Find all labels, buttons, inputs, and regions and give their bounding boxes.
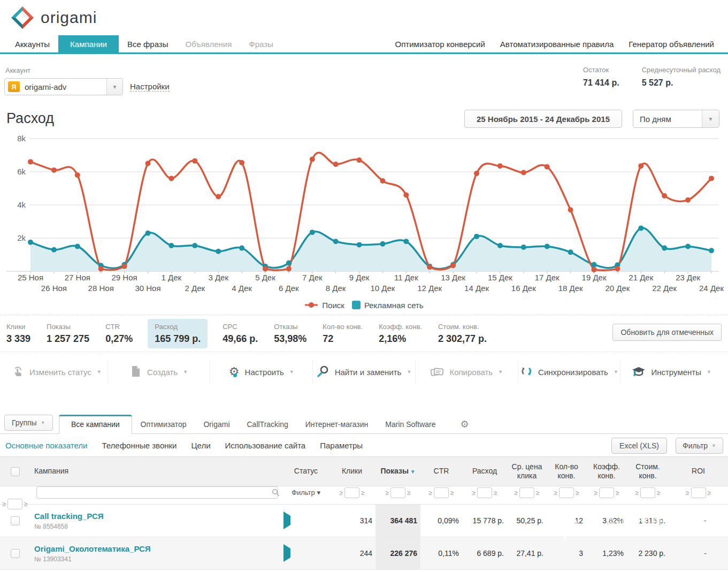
excel-export-button[interactable]: Excel (XLS): [611, 438, 667, 454]
cell-clicks: 314: [328, 516, 376, 525]
filter-input-clicks[interactable]: [390, 487, 405, 498]
column-header-campaign[interactable]: Кампания: [30, 467, 283, 476]
campaign-id: № 8554658: [34, 523, 283, 530]
filter-input-ctr[interactable]: [477, 487, 492, 498]
filter-input-shows[interactable]: [434, 487, 449, 498]
update-selected-button[interactable]: Обновить для отмеченных: [612, 324, 722, 341]
tab-all-campaigns[interactable]: Все кампании: [59, 415, 132, 434]
svg-text:18 Дек: 18 Дек: [558, 284, 583, 293]
nav-link-conversion-optimizer[interactable]: Оптимизатор конверсий: [388, 35, 493, 52]
toolbar: Изменить статус▼Создать▼⚙Настроить▼Найти…: [0, 352, 728, 392]
campaign-search-input[interactable]: [36, 486, 278, 499]
toolbar-button-label: Создать: [147, 368, 178, 377]
cell-ctr: 0,09%: [420, 516, 462, 525]
filter-input-cost[interactable]: [519, 487, 534, 498]
table-filter-row: Фильтр ▾≥≥≥≥≥≥≥≥≥≥≥≥≥≥≥≥≥≥≥≥: [0, 486, 728, 505]
column-header-conv[interactable]: Кол-во конв.: [547, 462, 586, 481]
gte-operator: ≥: [708, 489, 711, 497]
stat-label: Стоим. конв.: [438, 323, 487, 331]
instruments-button[interactable]: Инструменты▼: [620, 360, 723, 384]
chevron-down-icon: ▼: [183, 369, 188, 375]
gear-icon[interactable]: ⚙: [461, 418, 469, 433]
filter-input-conv_cost[interactable]: [691, 487, 706, 498]
nav-link-ad-generator[interactable]: Генератор объявлений: [621, 35, 722, 52]
svg-text:3 Дек: 3 Дек: [208, 273, 228, 282]
column-header-clicks[interactable]: Клики: [328, 467, 376, 476]
settings-link[interactable]: Настройки: [130, 82, 170, 91]
nav-tab-ads[interactable]: Объявления: [177, 35, 241, 52]
row-checkbox[interactable]: [11, 549, 20, 558]
subtab-phone-calls[interactable]: Телефонные звонки: [102, 441, 177, 450]
filter-button[interactable]: Фильтр ▼: [676, 438, 723, 454]
account-select[interactable]: Я origami-adv ▼: [4, 78, 123, 95]
synchronize-button[interactable]: Синхронизировать▼: [518, 360, 621, 384]
filter-cell-cost: ≥≥: [507, 487, 547, 498]
play-status-icon[interactable]: [283, 512, 290, 529]
play-status-icon[interactable]: [283, 544, 290, 562]
svg-text:14 Дек: 14 Дек: [464, 284, 489, 293]
nav-tab-accounts[interactable]: Аккаунты: [6, 35, 58, 52]
document-icon: [130, 365, 142, 379]
filter-input-cpc[interactable]: [559, 487, 574, 498]
tab-calltracking[interactable]: CallTracking: [239, 415, 297, 433]
create-button[interactable]: Создать▼: [108, 360, 211, 384]
tab-origami[interactable]: Origami: [195, 415, 238, 433]
tab-internet-shop[interactable]: Интернет-магазин: [297, 415, 377, 433]
cell-ctr: 0,11%: [420, 549, 462, 558]
select-all-checkbox[interactable]: [11, 467, 20, 476]
column-header-roi[interactable]: ROI: [669, 467, 728, 476]
subtab-goals[interactable]: Цели: [191, 441, 210, 450]
tab-optimizer[interactable]: Оптимизатор: [132, 415, 195, 433]
groups-button[interactable]: Группы ▼: [4, 415, 53, 431]
origami-logo[interactable]: origami: [11, 6, 97, 29]
subtab-site-usage[interactable]: Использование сайта: [225, 441, 306, 450]
find-and-replace-button[interactable]: Найти и заменить▼: [313, 360, 416, 384]
row-checkbox[interactable]: [11, 516, 20, 525]
cell-conv: 12: [547, 516, 586, 525]
filter-input-conv_rate[interactable]: [640, 487, 655, 498]
column-header-status[interactable]: Статус: [283, 467, 328, 476]
subtab-params[interactable]: Параметры: [320, 441, 363, 450]
campaign-name-link[interactable]: Call tracking_РСЯ: [34, 512, 283, 521]
svg-text:16 Дек: 16 Дек: [511, 284, 536, 293]
chevron-down-icon: ▼: [289, 369, 294, 375]
filter-input-roi[interactable]: [7, 499, 22, 509]
column-header-cost[interactable]: Расход: [462, 467, 507, 476]
filter-input-conv[interactable]: [599, 487, 614, 498]
change-status-button[interactable]: Изменить статус▼: [5, 360, 108, 384]
gte-operator: ≥: [450, 489, 454, 497]
cell-roi: -: [669, 549, 728, 558]
table-header: КампанияСтатусКликиПоказы ▼CTRРасходСр. …: [0, 456, 728, 486]
filter-input-status[interactable]: [344, 487, 359, 498]
subtab-main-metrics[interactable]: Основные показатели: [5, 441, 87, 450]
filter-dropdown[interactable]: Фильтр ▾: [283, 489, 328, 497]
chevron-down-icon[interactable]: ▼: [106, 79, 122, 95]
configure-button[interactable]: ⚙Настроить▼: [210, 360, 313, 384]
date-range-button[interactable]: 25 Ноябрь 2015 - 24 Декабрь 2015: [464, 110, 622, 128]
svg-text:11 Дек: 11 Дек: [394, 273, 418, 282]
chevron-down-icon[interactable]: ▼: [702, 110, 719, 127]
gte-operator: ≥: [576, 489, 579, 497]
column-header-shows[interactable]: Показы ▼: [376, 467, 420, 476]
chart-header: Расход 25 Ноябрь 2015 - 24 Декабрь 2015 …: [0, 107, 728, 135]
gte-operator: ≥: [554, 489, 557, 497]
stat-value: 165 799 р.: [155, 333, 201, 345]
gte-operator: ≥: [385, 489, 389, 497]
nav-link-automated-rules[interactable]: Автоматизированные правила: [493, 35, 621, 52]
stat-shows: Показы1 257 275: [47, 323, 89, 345]
nav-tab-all-phrases[interactable]: Все фразы: [119, 35, 177, 52]
nav-tab-phrases[interactable]: Фразы: [240, 35, 282, 52]
gte-operator: ≥: [686, 489, 689, 497]
column-header-label: Клики: [342, 467, 362, 475]
column-header-cpc[interactable]: Ср. цена клика: [507, 462, 547, 481]
filter-cell-ctr: ≥≥: [462, 487, 507, 498]
tab-marin-software[interactable]: Marin Software: [377, 415, 444, 433]
column-header-ctr[interactable]: CTR: [420, 467, 462, 476]
column-header-conv_cost[interactable]: Стоим. конв.: [627, 462, 669, 481]
campaign-name-link[interactable]: Origami_Околотематика_РСЯ: [34, 544, 283, 553]
nav-tab-campaigns[interactable]: Кампании: [58, 35, 119, 52]
granularity-select[interactable]: По дням ▼: [633, 110, 719, 128]
copy-button[interactable]: Копировать▼: [416, 360, 518, 384]
column-header-conv_rate[interactable]: Коэфф. конв.: [586, 462, 627, 481]
campaigns-table: КампанияСтатусКликиПоказы ▼CTRРасходСр. …: [0, 456, 728, 570]
